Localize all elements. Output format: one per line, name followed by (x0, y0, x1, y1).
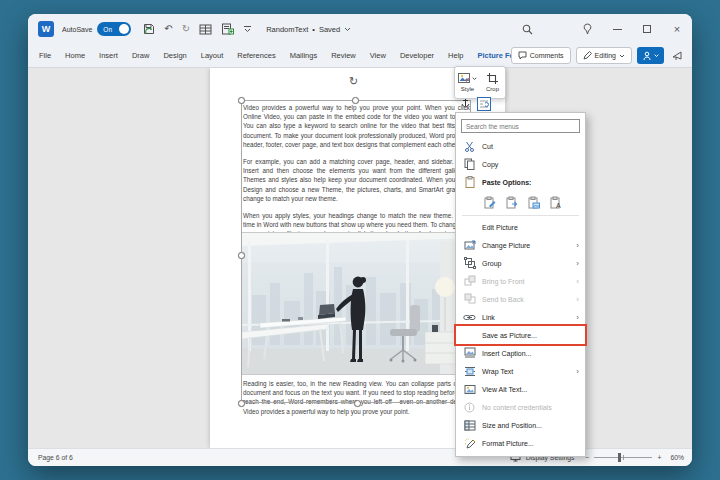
submenu-arrow-icon: › (576, 367, 579, 376)
maximize-button[interactable] (632, 14, 662, 44)
menu-search-input[interactable] (466, 123, 575, 130)
tab-references[interactable]: References (230, 44, 282, 68)
tab-file[interactable]: File (32, 44, 58, 68)
pencil-icon (583, 51, 592, 60)
undo-button[interactable]: ↶ (164, 24, 172, 34)
table-icon[interactable] (199, 24, 212, 35)
autosave-toggle[interactable]: On (97, 22, 131, 36)
menu-item-insert-caption[interactable]: Insert Caption... (456, 344, 585, 362)
menu-item-cut[interactable]: Cut (456, 137, 585, 155)
link-icon (462, 313, 477, 322)
chevron-down-icon (619, 54, 625, 58)
word-window: W AutoSave On ↶ ↻ (28, 14, 692, 466)
rotate-handle[interactable]: ↻ (349, 76, 358, 87)
document-title[interactable]: RandomText • Saved (266, 25, 351, 34)
selection-handle-top-center[interactable] (352, 97, 359, 104)
send-to-back-icon (462, 293, 477, 305)
zoom-tick (623, 455, 624, 460)
menu-item-size-and-position[interactable]: Size and Position... (456, 416, 585, 434)
menu-item-edit-picture[interactable]: Edit Picture (456, 218, 585, 236)
cut-icon (462, 141, 477, 152)
selection-handle-bottom-left[interactable] (238, 400, 245, 407)
menu-item-label: Change Picture (482, 242, 572, 249)
close-button[interactable]: × (662, 14, 692, 44)
change-picture-icon (462, 240, 477, 251)
tab-layout[interactable]: Layout (194, 44, 231, 68)
menu-item-group[interactable]: Group › (456, 254, 585, 272)
paste-merge-formatting-icon[interactable] (504, 194, 520, 210)
style-button[interactable]: Style (455, 67, 480, 98)
page-indicator[interactable]: Page 6 of 6 (38, 454, 73, 461)
zoom-slider-thumb[interactable] (618, 453, 621, 462)
zoom-out-button[interactable]: − (585, 454, 589, 461)
presence-icon[interactable] (572, 14, 602, 44)
submenu-arrow-icon: › (576, 295, 579, 304)
menu-item-content-credentials: No content credentials (456, 398, 585, 416)
menu-item-view-alt-text[interactable]: View Alt Text... (456, 380, 585, 398)
share-button[interactable] (637, 47, 664, 64)
menu-item-change-picture[interactable]: Change Picture › (456, 236, 585, 254)
paste-keep-formatting-icon[interactable] (482, 194, 498, 210)
title-separator: • (312, 25, 315, 34)
share-person-icon (643, 51, 652, 61)
tab-home[interactable]: Home (58, 44, 92, 68)
tab-developer[interactable]: Developer (393, 44, 441, 68)
autosave-label: AutoSave (62, 26, 92, 33)
menu-item-label: Group (482, 260, 572, 267)
copy-page-icon[interactable] (221, 23, 234, 35)
document-picture[interactable] (241, 232, 471, 375)
menu-item-format-picture[interactable]: Format Picture... (456, 434, 585, 452)
document-workspace: Video provides a powerful way to help yo… (28, 68, 692, 448)
menu-item-wrap-text[interactable]: Wrap Text › (456, 362, 585, 380)
tab-mailings[interactable]: Mailings (283, 44, 325, 68)
redo-button[interactable]: ↻ (182, 24, 190, 34)
tab-review[interactable]: Review (324, 44, 363, 68)
selection-handle-bottom-center[interactable] (354, 400, 361, 407)
document-name: RandomText (266, 25, 308, 34)
menu-search-box[interactable] (461, 119, 580, 133)
tab-draw[interactable]: Draw (125, 44, 157, 68)
menu-item-save-as-picture[interactable]: Save as Picture... (456, 326, 585, 344)
selection-handle-top-left[interactable] (238, 97, 245, 104)
menu-item-label: Wrap Text (482, 368, 572, 375)
layout-options-button[interactable] (477, 97, 491, 111)
menu-item-bring-to-front: Bring to Front › (456, 272, 585, 290)
window-controls: × (512, 14, 692, 44)
alt-text-icon (462, 384, 477, 395)
paste-picture-icon[interactable] (526, 194, 542, 210)
menu-item-label: Edit Picture (482, 224, 579, 231)
anchor-icon (461, 98, 470, 108)
insert-caption-icon (462, 347, 477, 359)
tab-help[interactable]: Help (441, 44, 470, 68)
menu-separator (462, 215, 579, 216)
menu-item-copy[interactable]: Copy (456, 155, 585, 173)
feedback-icon[interactable] (672, 50, 684, 61)
paste-text-only-icon[interactable]: A (548, 194, 564, 210)
submenu-arrow-icon: › (576, 241, 579, 250)
crop-button[interactable]: Crop (480, 67, 505, 98)
chevron-down-icon (654, 54, 659, 58)
tab-view[interactable]: View (363, 44, 393, 68)
editing-mode-button[interactable]: Editing (576, 47, 632, 64)
tab-design[interactable]: Design (156, 44, 193, 68)
menu-item-label: Bring to Front (482, 278, 572, 285)
paragraph: For example, you can add a matching cove… (243, 157, 470, 203)
selection-handle-middle-left[interactable] (238, 252, 245, 259)
svg-text:A: A (556, 202, 561, 209)
picture-context-menu: Cut Copy Paste Options: (455, 112, 586, 457)
save-icon[interactable] (143, 23, 155, 35)
status-bar: Page 6 of 6 Display Settings − + 60% (28, 448, 692, 466)
comments-button[interactable]: Comments (511, 47, 571, 64)
zoom-in-button[interactable]: + (657, 454, 661, 461)
menu-item-link[interactable]: Link › (456, 308, 585, 326)
title-bar: W AutoSave On ↶ ↻ (28, 14, 692, 44)
zoom-slider[interactable] (594, 457, 652, 458)
menu-item-label: Insert Caption... (482, 350, 579, 357)
desktop-background: W AutoSave On ↶ ↻ (0, 0, 720, 480)
search-icon[interactable] (512, 14, 542, 44)
qat-customize-icon[interactable] (243, 25, 252, 33)
tab-insert[interactable]: Insert (92, 44, 125, 68)
group-icon (462, 257, 477, 269)
minimize-button[interactable] (602, 14, 632, 44)
zoom-level[interactable]: 60% (670, 454, 684, 461)
